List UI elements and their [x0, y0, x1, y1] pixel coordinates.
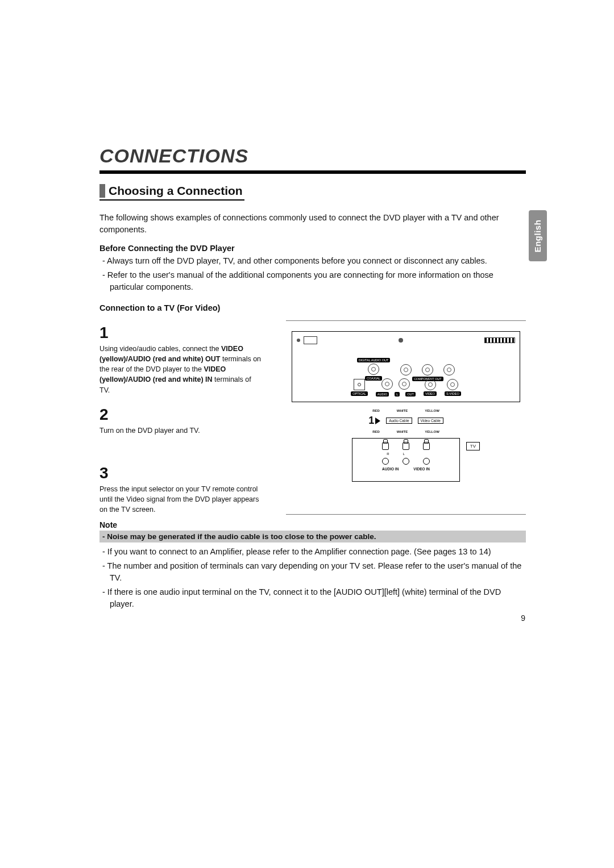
- note-list: If you want to connect to an Amplifier, …: [99, 546, 526, 610]
- svideo-port: [447, 379, 458, 390]
- chapter-title: CONNECTIONS: [99, 145, 526, 167]
- color-yellow-label: YELLOW: [425, 409, 439, 412]
- r-label: R: [387, 452, 389, 456]
- steps-column: 1 Using video/audio cables, connect the …: [99, 320, 263, 515]
- note-item: The number and position of terminals can…: [99, 560, 526, 584]
- optical-port: [354, 379, 365, 390]
- tv-label: TV: [466, 442, 480, 450]
- color-white-label: WHITE: [397, 430, 408, 433]
- before-item: Refer to the user's manual of the additi…: [99, 269, 526, 293]
- audio-cable-label: Audio Cable: [386, 418, 412, 424]
- audio-out-port: [381, 378, 393, 390]
- note-bold-text: Noise may be generated if the audio cabl…: [107, 532, 376, 541]
- svideo-label: S-VIDEO: [445, 391, 461, 396]
- before-list: Always turn off the DVD player, TV, and …: [99, 255, 526, 293]
- mini-strip-icon: [484, 337, 515, 343]
- audio-in-label: AUDIO IN: [382, 467, 399, 471]
- section-heading: Choosing a Connection: [99, 184, 243, 198]
- arrow-number: 1: [368, 415, 374, 427]
- note-label: Note: [99, 520, 526, 529]
- jack-icon: [423, 442, 430, 450]
- av-in-ring: [423, 458, 430, 465]
- optical-label: OPTICAL: [351, 391, 368, 396]
- step-2-text: Turn on the DVD player and TV.: [99, 425, 263, 436]
- arrow-icon: [375, 418, 380, 424]
- note-item: If there is one audio input terminal on …: [99, 586, 526, 610]
- component-port: [422, 364, 433, 375]
- audio-label: AUDIO: [376, 392, 389, 397]
- conn-tv-heading: Connection to a TV (For Video): [99, 303, 526, 312]
- page-number: 9: [521, 614, 525, 623]
- step-3-text: Press the input selector on your TV remo…: [99, 484, 263, 515]
- chapter-rule: [99, 170, 526, 174]
- video-label: VIDEO: [424, 391, 437, 396]
- before-item: Always turn off the DVD player, TV, and …: [99, 255, 526, 267]
- tv-input-panel: R L AUDIO IN VIDEO IN TV: [352, 438, 460, 482]
- color-white-label: WHITE: [397, 409, 408, 412]
- digital-audio-out-label: DIGITAL AUDIO OUT: [357, 358, 391, 362]
- step-1-arrow: 1: [368, 415, 380, 427]
- connection-diagram: DIGITAL AUDIO OUT COAXIAL COMPONENT OUT: [286, 320, 526, 515]
- out-label: OUT: [405, 392, 416, 397]
- color-red-label: RED: [372, 409, 380, 412]
- step-3-number: 3: [99, 464, 263, 482]
- note-item: If you want to connect to an Amplifier, …: [99, 546, 526, 558]
- audio-out-port: [399, 378, 410, 390]
- step-1-number: 1: [99, 324, 263, 342]
- language-tab: English: [529, 210, 547, 261]
- l-label: L: [395, 392, 400, 397]
- before-heading: Before Connecting the DVD Player: [99, 244, 526, 253]
- dvd-rear-panel: DIGITAL AUDIO OUT COAXIAL COMPONENT OUT: [292, 331, 520, 402]
- intro-text: The following shows examples of connecti…: [99, 212, 526, 236]
- av-in-ring: [403, 458, 409, 465]
- jack-icon: [382, 442, 389, 450]
- section-underline: [99, 199, 244, 201]
- step-1-pre: Using video/audio cables, connect the: [99, 345, 221, 353]
- video-in-label: VIDEO IN: [413, 467, 430, 471]
- step-1-text: Using video/audio cables, connect the VI…: [99, 344, 263, 395]
- color-red-label: RED: [372, 430, 380, 433]
- step-2-number: 2: [99, 406, 263, 424]
- mini-rect-icon: [304, 336, 317, 344]
- note-highlight: - Noise may be generated if the audio ca…: [99, 531, 526, 542]
- component-port: [443, 364, 455, 375]
- video-out-port: [425, 379, 436, 390]
- component-port: [400, 364, 412, 375]
- section-heading-wrap: Choosing a Connection: [99, 184, 526, 201]
- av-in-ring: [382, 458, 389, 465]
- jack-icon: [403, 442, 409, 450]
- language-tab-label: English: [533, 219, 543, 252]
- video-cable-label: Video Cable: [418, 418, 443, 424]
- coaxial-port: [368, 364, 379, 375]
- color-yellow-label: YELLOW: [425, 430, 439, 433]
- l-label: L: [403, 452, 405, 456]
